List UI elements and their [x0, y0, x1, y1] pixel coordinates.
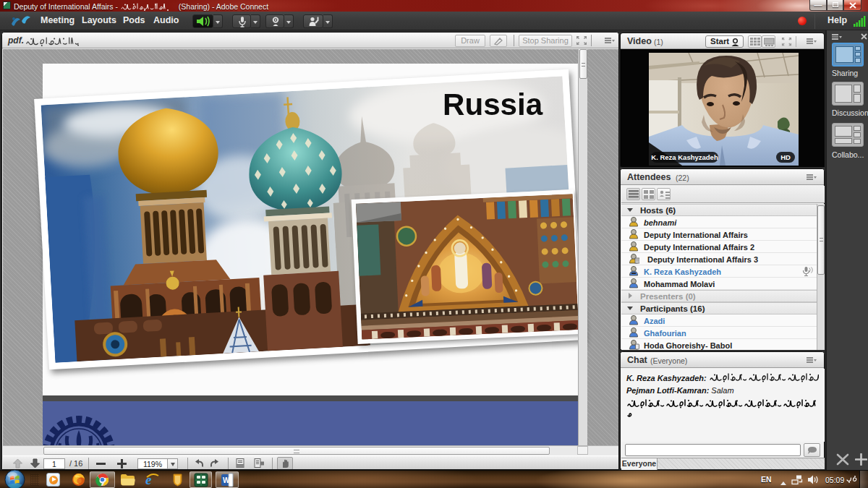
svg-text:W: W	[223, 476, 230, 484]
